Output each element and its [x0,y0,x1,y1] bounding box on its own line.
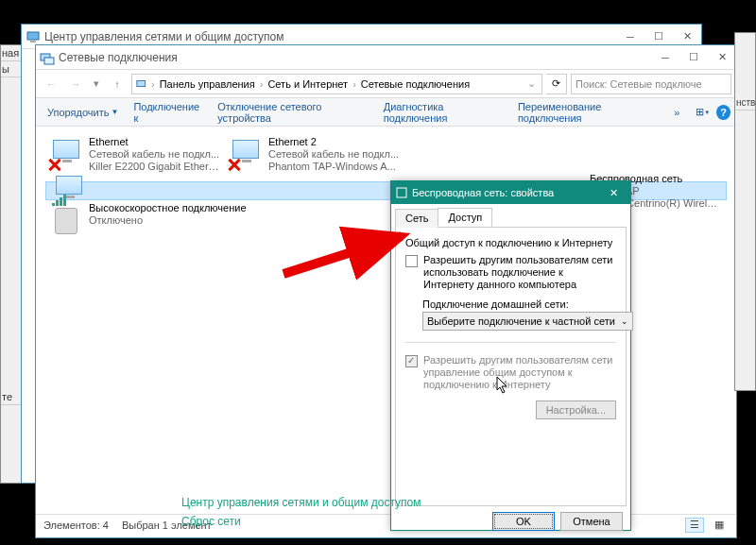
connection-name: Ethernet 2 [268,136,399,148]
dialog-close-button[interactable]: ✕ [600,181,627,204]
close-button[interactable]: ✕ [708,45,736,70]
window-network-connections: Сетевые подключения ─ ☐ ✕ ← → ▾ ↑ › Пане… [35,44,737,538]
view-details-button[interactable]: ☰ [685,518,704,533]
nav-back-button[interactable]: ← [41,74,61,94]
home-connection-select[interactable]: Выберите подключение к частной сети⌄ [422,312,633,331]
minimize-button[interactable]: ─ [651,45,679,70]
dialog-wireless-properties: Беспроводная сеть: свойства ✕ Сеть Досту… [390,180,631,531]
help-button[interactable]: ? [716,105,730,120]
diagnose-button[interactable]: Диагностика подключения [378,97,508,128]
modem-icon [47,202,85,240]
cancel-button[interactable]: Отмена [560,512,623,531]
svg-rect-5 [397,188,406,197]
ethernet-icon [227,136,265,174]
disable-device-button[interactable]: Отключение сетевого устройства [212,97,373,128]
connection-device: Killer E2200 Gigabit Etherne... [89,161,221,173]
view-options-button[interactable]: ⊞▼ [693,102,713,123]
item-count: Элементов: 4 [43,519,109,531]
svg-rect-1 [30,41,36,43]
ethernet-icon [47,136,85,174]
nav-forward-button[interactable]: → [65,74,86,94]
link-network-center[interactable]: Центр управления сетями и общим доступом [181,496,421,509]
connect-to-button[interactable]: Подключение к [128,97,208,128]
section-heading: Общий доступ к подключению к Интернету [405,237,616,248]
nav-up-button[interactable]: ↑ [107,74,128,94]
command-bar: Упорядочить▼ Подключение к Отключение се… [36,98,736,127]
checkbox-allow-sharing-label: Разрешить другим пользователям сети испо… [423,254,616,291]
dialog-titlebar[interactable]: Беспроводная сеть: свойства ✕ [391,181,630,204]
tab-strip: Сеть Доступ [391,204,630,227]
connection-status: Сетевой кабель не подкл... [268,148,399,161]
crumb-control-panel[interactable]: Панель управления [157,78,258,90]
connection-name: Высокоскоростное подключение [89,202,247,214]
checkbox-allow-control-label: Разрешить другим пользователям сети упра… [423,354,616,391]
rename-button[interactable]: Переименование подключения [512,97,664,128]
settings-button: Настройка... [536,400,616,419]
maximize-button[interactable]: ☐ [679,45,708,70]
network-icon [136,77,149,91]
search-input[interactable]: Поиск: Сетевые подключе [571,74,731,94]
home-connection-label: Подключение домашней сети: [422,298,616,310]
tab-network[interactable]: Сеть [395,209,438,228]
link-network-reset[interactable]: Сброс сети [181,515,421,528]
breadcrumb[interactable]: › Панель управления › Сеть и Интернет › … [131,74,542,94]
tab-sharing[interactable]: Доступ [438,208,492,227]
control-panel-icon [26,29,41,44]
more-button[interactable]: » [668,103,685,122]
cursor-icon [496,376,511,399]
address-bar: ← → ▾ ↑ › Панель управления › Сеть и Инт… [36,70,736,98]
svg-rect-3 [44,58,54,64]
connection-dialup[interactable]: Высокоскоростное подключение Отключено [45,200,291,247]
crumb-network-internet[interactable]: Сеть и Интернет [265,78,351,90]
refresh-button[interactable]: ⟳ [546,74,567,94]
tab-panel-sharing: Общий доступ к подключению к Интернету Р… [395,227,627,506]
arrange-button[interactable]: Упорядочить▼ [42,103,124,122]
connection-status: Сетевой кабель не подкл... [89,148,221,161]
nav-dropdown-button[interactable]: ▾ [90,74,103,94]
connection-status: Отключено [89,214,221,227]
network-setting-icon [395,186,408,199]
checkbox-allow-sharing[interactable] [405,255,418,267]
svg-rect-0 [27,32,39,40]
network-icon [40,50,55,65]
background-links: Центр управления сетями и общим доступом… [181,490,421,534]
background-panel-fragment-right: нства [734,32,756,391]
connection-name: Ethernet [89,136,221,148]
window-title: Сетевые подключения [59,51,651,64]
search-placeholder: Поиск: Сетевые подключе [576,78,702,90]
crumb-network-connections[interactable]: Сетевые подключения [358,78,472,90]
window-title: Центр управления сетями и общим доступом [44,30,616,43]
svg-rect-4 [137,80,146,86]
connection-device: Phantom TAP-Windows A... [268,161,399,173]
checkbox-allow-control [405,355,418,367]
dialog-title: Беспроводная сеть: свойства [412,187,554,198]
connection-ethernet-2[interactable]: Ethernet 2 Сетевой кабель не подкл... Ph… [225,134,404,181]
ok-button[interactable]: OK [492,512,555,531]
view-large-icons-button[interactable]: ▦ [710,518,729,533]
